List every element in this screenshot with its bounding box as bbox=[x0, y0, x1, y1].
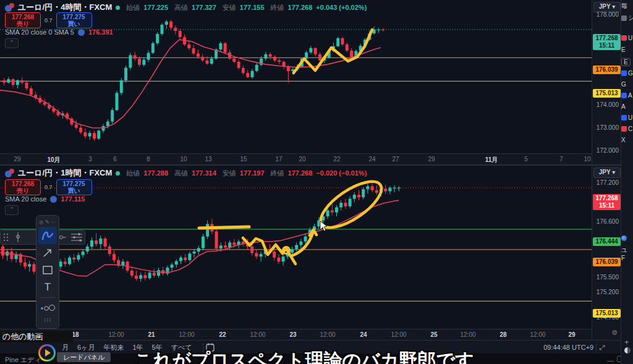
price-badge: 175.013 bbox=[593, 89, 621, 98]
time-axis-label: 7 bbox=[559, 156, 563, 163]
watchlist-panel[interactable]: 毎シUEEGGAAUCXユF bbox=[621, 0, 633, 340]
candle-body bbox=[291, 249, 294, 253]
time-axis-label: 23 bbox=[289, 331, 296, 338]
rectangle-tool-button[interactable] bbox=[38, 261, 57, 279]
chart2-price-axis[interactable]: JPY ▾ ⚙ 177.200177.000176.600176.200175.… bbox=[592, 166, 621, 340]
watchlist-row[interactable]: E bbox=[621, 58, 633, 66]
buy-button[interactable]: 177.275買い bbox=[56, 179, 92, 195]
candle-body bbox=[309, 48, 312, 53]
candle-body bbox=[269, 54, 272, 57]
brush-tool-button[interactable] bbox=[38, 227, 57, 244]
watchlist-row[interactable]: E bbox=[621, 46, 633, 53]
time-axis-label: 29 bbox=[428, 156, 435, 163]
candle-body bbox=[278, 61, 281, 62]
time-axis-label: 12:00 bbox=[460, 331, 475, 338]
drawing-toolbar[interactable]: ◎ ✎ ⋯ T bbox=[36, 215, 59, 329]
candle-body bbox=[64, 261, 67, 264]
magnet-icon[interactable]: ◎ bbox=[39, 219, 43, 225]
chart2-title[interactable]: ユーロ/円・1時間・FXCM bbox=[18, 167, 112, 179]
chart1-collapse-button[interactable]: ⌃ bbox=[5, 38, 19, 48]
theme-toggle-icon[interactable] bbox=[624, 347, 631, 353]
more-videos-overlay[interactable]: の他の動画 bbox=[0, 331, 73, 342]
candle-body bbox=[77, 255, 80, 260]
chart2-indicator-row[interactable]: SMA 20 close 177.115 bbox=[5, 195, 85, 203]
symbol-logo-icon bbox=[5, 3, 14, 12]
candle-body bbox=[156, 34, 159, 43]
candle-body bbox=[143, 275, 147, 278]
watchlist-row[interactable]: A bbox=[621, 103, 633, 110]
chart1-price-axis[interactable]: JPY ▾ 178.000174.000173.000172.000177.26… bbox=[592, 0, 621, 164]
line-width-icon[interactable] bbox=[71, 233, 82, 242]
axis-settings-gear-icon[interactable]: ⚙ bbox=[611, 329, 618, 337]
symbol-logo-icon bbox=[5, 169, 14, 178]
toolbar-drag-dots-icon[interactable] bbox=[44, 318, 51, 322]
market-open-icon bbox=[116, 171, 120, 176]
watchlist-row[interactable]: X bbox=[621, 137, 633, 143]
add-symbol-icon[interactable]: + bbox=[624, 337, 629, 347]
pen-icon[interactable]: ✎ bbox=[45, 219, 49, 225]
watchlist-row[interactable]: G bbox=[621, 70, 633, 77]
chart1-time-axis[interactable]: 2910月36810131517202224272911月5710 bbox=[0, 153, 592, 165]
text-tool-button[interactable]: T bbox=[38, 279, 57, 296]
watchlist-header[interactable]: 毎 bbox=[621, 2, 633, 11]
pane-divider[interactable] bbox=[0, 164, 621, 166]
watchlist-row[interactable] bbox=[621, 235, 633, 241]
candle-body bbox=[20, 80, 23, 83]
time-axis-label: 10 bbox=[584, 156, 590, 163]
buy-button[interactable]: 177.275買い bbox=[56, 12, 92, 28]
watchlist-row[interactable]: G bbox=[621, 81, 633, 88]
drag-handle-icon[interactable] bbox=[3, 233, 9, 242]
low-value: 177.197 bbox=[240, 169, 265, 177]
symbol-letter: A bbox=[628, 92, 632, 99]
symbol-flag-icon bbox=[621, 126, 627, 132]
candle-body bbox=[95, 240, 98, 244]
indicator-settings-icon[interactable] bbox=[78, 29, 85, 36]
candle-body bbox=[138, 59, 141, 65]
indicator-value: 176.391 bbox=[88, 28, 113, 36]
more-options-icon[interactable]: ⋯ bbox=[51, 219, 56, 225]
time-axis-label: 27 bbox=[392, 156, 399, 163]
candle-body bbox=[106, 122, 109, 126]
time-axis-label: 12:00 bbox=[179, 331, 194, 338]
chart1-indicator-row[interactable]: SMA 20 close 0 SMA 5 176.391 bbox=[5, 28, 113, 36]
candle-body bbox=[304, 237, 307, 242]
sell-button[interactable]: 177.268売り bbox=[5, 12, 41, 28]
time-axis-label: 24 bbox=[360, 331, 367, 338]
watchlist-subheader[interactable]: シ bbox=[621, 14, 633, 22]
low-label: 安値 bbox=[223, 3, 236, 12]
candle-body bbox=[350, 51, 353, 57]
candle-body bbox=[295, 245, 298, 249]
indicator-label: SMA 20 close 0 SMA 5 bbox=[5, 28, 74, 36]
candle-body bbox=[111, 110, 114, 122]
candle-body bbox=[197, 248, 200, 252]
currency-selector[interactable]: JPY ▾ bbox=[593, 167, 621, 178]
chart1-title[interactable]: ユーロ/円・4時間・FXCM bbox=[18, 2, 112, 13]
candle-body bbox=[219, 43, 222, 49]
candle-body bbox=[108, 247, 111, 254]
chart2-time-axis[interactable]: 71812:002112:002212:002312:002412:002512… bbox=[0, 329, 592, 341]
play-icon bbox=[45, 349, 51, 357]
candle-body bbox=[335, 207, 338, 212]
watchlist-row[interactable]: U bbox=[621, 114, 633, 121]
candle-body bbox=[224, 43, 227, 53]
globe-icon bbox=[621, 235, 627, 241]
candle-body bbox=[30, 88, 33, 95]
watchlist-row[interactable]: F bbox=[621, 255, 633, 261]
candle-body bbox=[97, 130, 100, 138]
high-value: 177.327 bbox=[192, 4, 216, 11]
watchlist-row[interactable]: A bbox=[621, 92, 633, 99]
channel-avatar[interactable] bbox=[38, 344, 56, 362]
chart2-collapse-button[interactable]: ⌃ bbox=[5, 205, 19, 215]
symbol-letter: シ bbox=[628, 14, 633, 22]
candle-body bbox=[104, 239, 107, 247]
watchlist-row[interactable]: C bbox=[621, 125, 633, 132]
sell-button[interactable]: 177.268売り bbox=[5, 179, 41, 195]
indicator-settings-icon[interactable] bbox=[50, 196, 57, 203]
circles-tool-button[interactable] bbox=[38, 299, 57, 316]
candle-body bbox=[148, 273, 151, 278]
watchlist-row[interactable]: U bbox=[621, 35, 633, 41]
candle-body bbox=[277, 258, 280, 262]
watchlist-row[interactable]: ユ bbox=[621, 246, 633, 255]
arrow-tool-button[interactable] bbox=[38, 244, 57, 261]
line-style-icon[interactable] bbox=[14, 232, 22, 242]
